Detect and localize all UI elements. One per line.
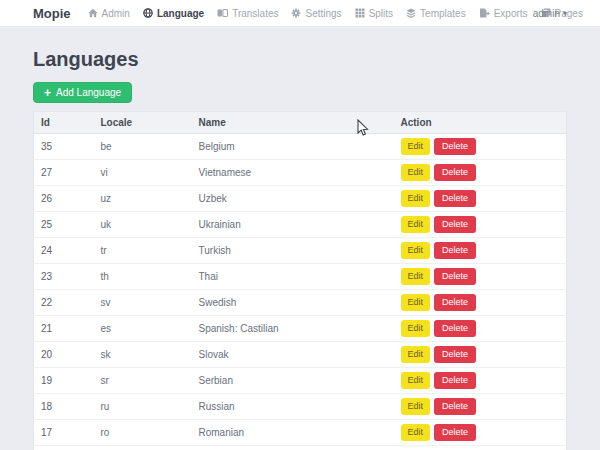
- table-row: 25ukUkrainianEditDelete: [34, 212, 567, 238]
- language-icon: [217, 8, 228, 18]
- cell-action: EditDelete: [394, 264, 567, 290]
- cell-locale: th: [94, 264, 192, 290]
- cell-locale: ro: [94, 420, 192, 446]
- gear-icon: [291, 8, 301, 18]
- cell-action: EditDelete: [394, 186, 567, 212]
- edit-button[interactable]: Edit: [401, 372, 431, 389]
- cell-id: 19: [34, 368, 94, 394]
- table-row: 23thThaiEditDelete: [34, 264, 567, 290]
- cell-id: 21: [34, 316, 94, 342]
- nav-item-label: Settings: [305, 8, 341, 19]
- delete-button[interactable]: Delete: [434, 372, 476, 389]
- delete-button[interactable]: Delete: [434, 320, 476, 337]
- table-icon: [355, 8, 365, 18]
- edit-button[interactable]: Edit: [401, 398, 431, 415]
- cell-locale: tr: [94, 238, 192, 264]
- cell-action: EditDelete: [394, 212, 567, 238]
- edit-button[interactable]: Edit: [401, 164, 431, 181]
- delete-button[interactable]: Delete: [434, 164, 476, 181]
- nav-item-label: Splits: [369, 8, 393, 19]
- delete-button[interactable]: Delete: [434, 190, 476, 207]
- cell-name: Spanish: Castilian: [192, 316, 394, 342]
- table-row: 22svSwedishEditDelete: [34, 290, 567, 316]
- delete-button[interactable]: Delete: [434, 138, 476, 155]
- cell-action: EditDelete: [394, 316, 567, 342]
- languages-table: IdLocaleNameAction 35beBelgiumEditDelete…: [33, 111, 567, 450]
- cell-locale: pt: [94, 446, 192, 450]
- table-header: IdLocaleNameAction: [34, 112, 567, 134]
- cell-name: Romanian: [192, 420, 394, 446]
- nav-item-label: Admin: [102, 8, 130, 19]
- cell-action: EditDelete: [394, 342, 567, 368]
- plus-icon: +: [44, 87, 51, 99]
- cell-id: 24: [34, 238, 94, 264]
- cell-locale: uz: [94, 186, 192, 212]
- table-row: 24trTurkishEditDelete: [34, 238, 567, 264]
- cell-name: Portuguese: [192, 446, 394, 450]
- nav-item-language[interactable]: Language: [143, 8, 204, 19]
- delete-button[interactable]: Delete: [434, 242, 476, 259]
- delete-button[interactable]: Delete: [434, 216, 476, 233]
- nav-item-label: Templates: [420, 8, 466, 19]
- brand-logo[interactable]: Mopie: [33, 6, 71, 21]
- nav-items: AdminLanguageTranslatesSettingsSplitsTem…: [88, 8, 533, 19]
- cell-action: EditDelete: [394, 238, 567, 264]
- add-language-button[interactable]: + Add Language: [33, 82, 132, 103]
- edit-button[interactable]: Edit: [401, 190, 431, 207]
- cell-name: Turkish: [192, 238, 394, 264]
- column-header-name: Name: [192, 112, 394, 134]
- delete-button[interactable]: Delete: [434, 424, 476, 441]
- cell-name: Ukrainian: [192, 212, 394, 238]
- globe-icon: [143, 8, 153, 18]
- cell-locale: sr: [94, 368, 192, 394]
- edit-button[interactable]: Edit: [401, 424, 431, 441]
- add-language-label: Add Language: [56, 87, 121, 98]
- main-content: Languages + Add Language IdLocaleNameAct…: [0, 48, 600, 450]
- nav-item-translates[interactable]: Translates: [217, 8, 278, 19]
- languages-table-container: IdLocaleNameAction 35beBelgiumEditDelete…: [33, 111, 567, 450]
- cell-action: EditDelete: [394, 160, 567, 186]
- edit-button[interactable]: Edit: [401, 138, 431, 155]
- edit-button[interactable]: Edit: [401, 242, 431, 259]
- cell-locale: es: [94, 316, 192, 342]
- column-header-id: Id: [34, 112, 94, 134]
- nav-item-admin[interactable]: Admin: [88, 8, 130, 19]
- nav-item-label: Exports: [494, 8, 528, 19]
- table-row: 27viVietnameseEditDelete: [34, 160, 567, 186]
- nav-item-settings[interactable]: Settings: [291, 8, 341, 19]
- user-menu-dropdown[interactable]: admin ▾: [533, 8, 567, 19]
- nav-item-splits[interactable]: Splits: [355, 8, 393, 19]
- cell-name: Belgium: [192, 134, 394, 160]
- cell-locale: ru: [94, 394, 192, 420]
- cell-locale: sk: [94, 342, 192, 368]
- delete-button[interactable]: Delete: [434, 268, 476, 285]
- table-row: 21esSpanish: CastilianEditDelete: [34, 316, 567, 342]
- table-row: 19srSerbianEditDelete: [34, 368, 567, 394]
- delete-button[interactable]: Delete: [434, 398, 476, 415]
- layers-icon: [406, 8, 416, 18]
- edit-button[interactable]: Edit: [401, 216, 431, 233]
- cell-action: EditDelete: [394, 134, 567, 160]
- edit-button[interactable]: Edit: [401, 320, 431, 337]
- cell-name: Uzbek: [192, 186, 394, 212]
- chevron-down-icon: ▾: [563, 9, 567, 18]
- cell-name: Serbian: [192, 368, 394, 394]
- cell-name: Vietnamese: [192, 160, 394, 186]
- nav-item-label: Translates: [232, 8, 278, 19]
- nav-item-templates[interactable]: Templates: [406, 8, 466, 19]
- edit-button[interactable]: Edit: [401, 294, 431, 311]
- cell-id: 16: [34, 446, 94, 450]
- cell-action: EditDelete: [394, 446, 567, 450]
- delete-button[interactable]: Delete: [434, 294, 476, 311]
- edit-button[interactable]: Edit: [401, 346, 431, 363]
- cell-id: 17: [34, 420, 94, 446]
- home-icon: [88, 8, 98, 18]
- cell-locale: be: [94, 134, 192, 160]
- cell-action: EditDelete: [394, 394, 567, 420]
- delete-button[interactable]: Delete: [434, 346, 476, 363]
- cell-action: EditDelete: [394, 290, 567, 316]
- edit-button[interactable]: Edit: [401, 268, 431, 285]
- table-row: 16ptPortugueseEditDelete: [34, 446, 567, 450]
- cell-name: Thai: [192, 264, 394, 290]
- nav-item-exports[interactable]: Exports: [479, 8, 528, 19]
